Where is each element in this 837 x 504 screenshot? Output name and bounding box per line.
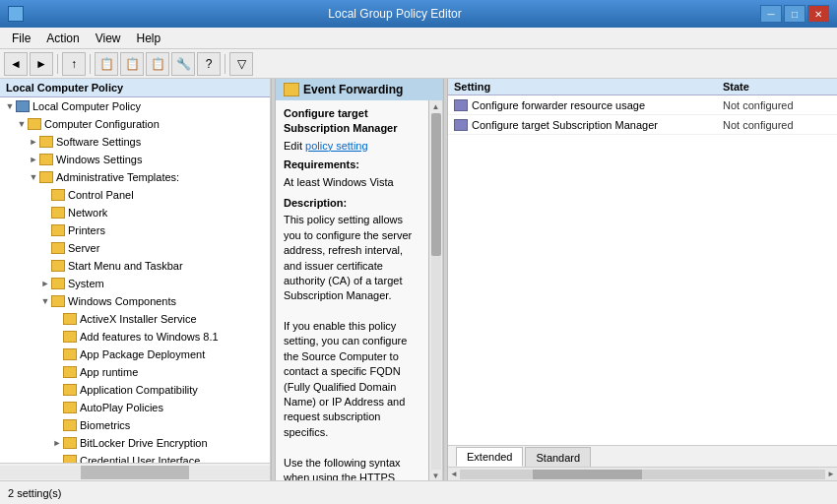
menu-action[interactable]: Action — [38, 30, 87, 47]
folder-icon — [39, 136, 53, 148]
tree-item-software-settings[interactable]: ► Software Settings — [0, 133, 270, 151]
col-setting-header: Setting — [454, 81, 723, 93]
tree-item-activex[interactable]: ActiveX Installer Service — [0, 310, 270, 328]
back-button[interactable]: ◄ — [4, 52, 28, 76]
tree-label: Software Settings — [56, 136, 141, 148]
setting-row-1[interactable]: Configure target Subscription Manager No… — [448, 115, 837, 135]
right-scrollbar[interactable]: ◄ ► — [448, 467, 837, 480]
menu-view[interactable]: View — [88, 30, 129, 47]
tree-item-biometrics[interactable]: Biometrics — [0, 416, 270, 434]
folder-icon — [63, 366, 77, 378]
folder-icon — [39, 171, 53, 183]
tree-label: App Package Deployment — [80, 348, 205, 360]
tree-item-windows-components[interactable]: ▼ Windows Components — [0, 292, 270, 310]
tree-label: Add features to Windows 8.1 — [80, 331, 219, 343]
status-text: 2 setting(s) — [8, 487, 61, 499]
expand-arrow: ► — [28, 137, 39, 147]
folder-icon — [63, 331, 77, 343]
tab-standard[interactable]: Standard — [525, 447, 591, 467]
toolbar-separator-2 — [90, 54, 91, 74]
tree-item-server[interactable]: Server — [0, 239, 270, 257]
expand-arrow: ► — [51, 438, 63, 448]
tree-item-bitlocker[interactable]: ► BitLocker Drive Encryption — [0, 434, 270, 452]
tree-label: Start Menu and Taskbar — [68, 260, 183, 272]
folder-icon — [63, 348, 77, 360]
tree-label: Control Panel — [68, 189, 134, 201]
refresh-button[interactable]: 🔧 — [171, 52, 195, 76]
main-layout: Local Computer Policy ▼ Local Computer P… — [0, 79, 837, 480]
folder-icon — [63, 455, 77, 463]
tree-header: Local Computer Policy — [0, 79, 270, 97]
col-state-header: State — [723, 81, 831, 93]
requirements-value: At least Windows Vista — [284, 175, 420, 190]
setting-row-0[interactable]: Configure forwarder resource usage Not c… — [448, 95, 837, 115]
tree-item-app-compat[interactable]: Application Compatibility — [0, 381, 270, 399]
show-hide-button[interactable]: 📋 — [95, 52, 118, 76]
folder-icon — [63, 384, 77, 396]
tree-item-autoplay[interactable]: AutoPlay Policies — [0, 399, 270, 416]
tree-item-local-computer-policy[interactable]: ▼ Local Computer Policy — [0, 97, 270, 115]
tree-header-label: Local Computer Policy — [6, 82, 123, 94]
help-button[interactable]: ? — [197, 52, 221, 76]
status-bar: 2 setting(s) — [0, 480, 837, 504]
tree-item-app-package[interactable]: App Package Deployment — [0, 346, 270, 363]
tree-item-windows-settings[interactable]: ► Windows Settings — [0, 151, 270, 168]
edit-label: Edit — [284, 140, 305, 152]
folder-icon — [51, 207, 65, 219]
tree-item-credential-ui[interactable]: Credential User Interface — [0, 452, 270, 463]
window-controls: ─ □ ✕ — [760, 5, 829, 23]
policy-setting-link[interactable]: policy setting — [305, 140, 368, 152]
tree-label: BitLocker Drive Encryption — [80, 437, 208, 449]
tree-label: ActiveX Installer Service — [80, 313, 197, 325]
settings-list: Configure forwarder resource usage Not c… — [448, 95, 837, 445]
folder-icon — [39, 154, 53, 165]
policy-icon — [454, 119, 468, 131]
edit-policy-text: Edit policy setting — [284, 139, 420, 154]
tab-extended[interactable]: Extended — [456, 447, 523, 467]
toolbar: ◄ ► ↑ 📋 📋 📋 🔧 ? ▽ — [0, 49, 837, 79]
expand-arrow: ► — [28, 155, 39, 164]
tree-label: Windows Settings — [56, 154, 142, 165]
setting-name-0: Configure forwarder resource usage — [472, 99, 723, 111]
setting-state-1: Not configured — [723, 119, 831, 131]
menu-file[interactable]: File — [4, 30, 38, 47]
restore-button[interactable]: □ — [784, 5, 805, 23]
close-button[interactable]: ✕ — [807, 5, 829, 23]
tree-label: Biometrics — [80, 419, 130, 431]
tree-item-computer-configuration[interactable]: ▼ Computer Configuration — [0, 115, 270, 133]
tab-bar: Extended Standard — [448, 445, 837, 467]
tree-label: System — [68, 278, 104, 289]
folder-icon — [51, 224, 65, 236]
tree-item-app-runtime[interactable]: App runtime — [0, 363, 270, 381]
folder-icon — [63, 402, 77, 413]
tree-content[interactable]: ▼ Local Computer Policy ▼ Computer Confi… — [0, 97, 270, 463]
tree-item-administrative-templates[interactable]: ▼ Administrative Templates: — [0, 168, 270, 186]
tree-item-control-panel[interactable]: Control Panel — [0, 186, 270, 204]
tree-item-start-menu[interactable]: Start Menu and Taskbar — [0, 257, 270, 275]
tree-scrollbar[interactable] — [0, 463, 270, 480]
folder-icon — [51, 242, 65, 254]
tree-label: Server — [68, 242, 99, 254]
tree-item-network[interactable]: Network — [0, 204, 270, 221]
folder-icon — [63, 437, 77, 449]
new-window-button[interactable]: 📋 — [146, 52, 169, 76]
expand-arrow: ▼ — [16, 119, 28, 129]
toolbar-separator-1 — [57, 54, 58, 74]
menu-help[interactable]: Help — [129, 30, 169, 47]
tree-label: AutoPlay Policies — [80, 402, 163, 413]
minimize-button[interactable]: ─ — [760, 5, 782, 23]
folder-icon — [51, 278, 65, 289]
expand-arrow: ▼ — [28, 172, 39, 182]
up-button[interactable]: ↑ — [62, 52, 86, 76]
properties-button[interactable]: 📋 — [120, 52, 144, 76]
tree-item-add-features[interactable]: Add features to Windows 8.1 — [0, 328, 270, 346]
folder-icon — [51, 260, 65, 272]
tree-item-printers[interactable]: Printers — [0, 221, 270, 239]
center-scrollbar[interactable]: ▲ ▼ — [428, 100, 442, 480]
forward-button[interactable]: ► — [30, 52, 53, 76]
tree-label: Administrative Templates: — [56, 171, 179, 183]
tree-item-system[interactable]: ► System — [0, 275, 270, 292]
tree-label: Printers — [68, 224, 105, 236]
description-label: Description: — [284, 196, 420, 211]
filter-button[interactable]: ▽ — [229, 52, 253, 76]
